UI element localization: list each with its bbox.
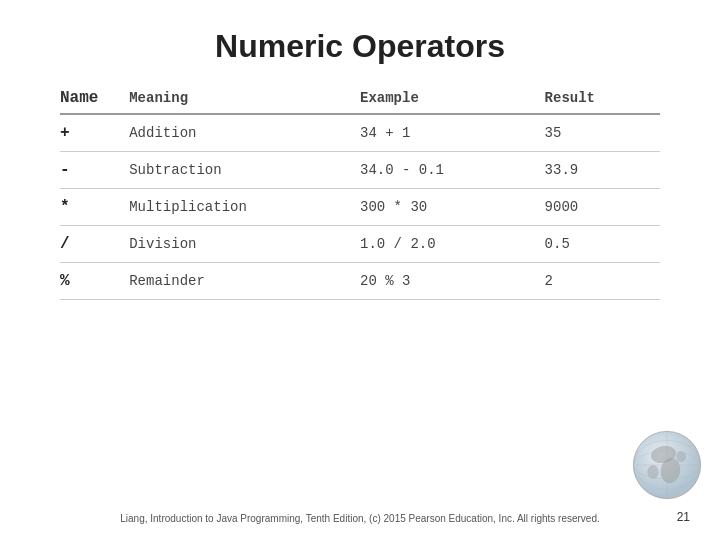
table-row: -Subtraction34.0 - 0.133.9 — [60, 152, 660, 189]
cell-result: 35 — [545, 114, 660, 152]
cell-operator: / — [60, 226, 129, 263]
table-row: *Multiplication300 * 309000 — [60, 189, 660, 226]
table-row: /Division1.0 / 2.00.5 — [60, 226, 660, 263]
cell-example: 34.0 - 0.1 — [360, 152, 545, 189]
col-header-result: Result — [545, 83, 660, 114]
cell-meaning: Division — [129, 226, 360, 263]
cell-meaning: Multiplication — [129, 189, 360, 226]
cell-result: 0.5 — [545, 226, 660, 263]
cell-example: 34 + 1 — [360, 114, 545, 152]
cell-result: 2 — [545, 263, 660, 300]
cell-result: 9000 — [545, 189, 660, 226]
cell-operator: * — [60, 189, 129, 226]
col-header-name: Name — [60, 83, 129, 114]
cell-example: 1.0 / 2.0 — [360, 226, 545, 263]
operators-table-container: Name Meaning Example Result +Addition34 … — [60, 83, 660, 300]
footer-text: Liang, Introduction to Java Programming,… — [0, 513, 720, 524]
operators-table: Name Meaning Example Result +Addition34 … — [60, 83, 660, 300]
cell-operator: % — [60, 263, 129, 300]
page-title: Numeric Operators — [0, 0, 720, 83]
cell-operator: + — [60, 114, 129, 152]
page-number: 21 — [677, 510, 690, 524]
cell-example: 300 * 30 — [360, 189, 545, 226]
svg-point-4 — [676, 451, 686, 462]
cell-meaning: Remainder — [129, 263, 360, 300]
cell-operator: - — [60, 152, 129, 189]
table-row: %Remainder20 % 32 — [60, 263, 660, 300]
col-header-example: Example — [360, 83, 545, 114]
table-row: +Addition34 + 135 — [60, 114, 660, 152]
globe-decoration — [632, 430, 702, 500]
table-header-row: Name Meaning Example Result — [60, 83, 660, 114]
cell-meaning: Addition — [129, 114, 360, 152]
cell-example: 20 % 3 — [360, 263, 545, 300]
col-header-meaning: Meaning — [129, 83, 360, 114]
cell-meaning: Subtraction — [129, 152, 360, 189]
cell-result: 33.9 — [545, 152, 660, 189]
